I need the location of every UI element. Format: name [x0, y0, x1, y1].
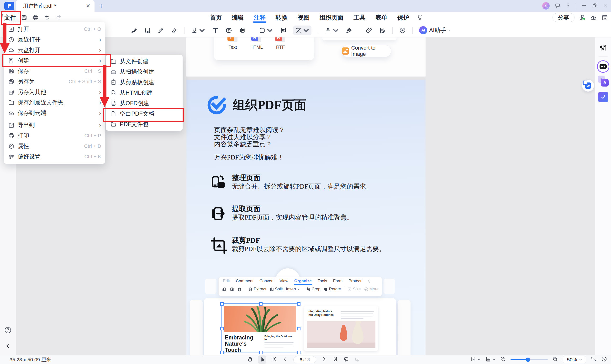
- properties-panel-icon[interactable]: [599, 44, 607, 52]
- menu-item-preferences[interactable]: 偏好设置 Ctrl + K: [4, 151, 105, 162]
- selection-handle[interactable]: [297, 327, 301, 330]
- tab-organize-pages[interactable]: 组织页面: [315, 12, 348, 23]
- selection-handle[interactable]: [220, 351, 224, 354]
- menu-item-save-to-recent-folder[interactable]: 保存到最近文件夹 ›: [4, 97, 105, 108]
- tab-convert[interactable]: 转换: [271, 12, 293, 23]
- new-tab-button[interactable]: +: [97, 2, 105, 10]
- print-icon[interactable]: [32, 14, 39, 21]
- first-page-icon[interactable]: [271, 356, 277, 363]
- text-box-tool[interactable]: [225, 27, 232, 34]
- attachment-tool[interactable]: [366, 27, 373, 34]
- maximize-button[interactable]: [592, 3, 597, 9]
- menu-item-save[interactable]: 保存 Ctrl + S: [4, 66, 105, 76]
- document-tab[interactable]: 用户指南.pdf * ✕: [16, 0, 95, 12]
- zoom-out-icon[interactable]: [500, 356, 506, 363]
- file-menu-button[interactable]: 文件: [2, 13, 18, 23]
- pencil-tool[interactable]: [157, 27, 165, 34]
- stamp-tool[interactable]: [325, 27, 339, 34]
- user-avatar[interactable]: [542, 2, 550, 10]
- page-layout-icon[interactable]: [485, 356, 491, 363]
- todo-check-icon[interactable]: [598, 92, 608, 102]
- tab-close-icon[interactable]: ✕: [84, 2, 92, 10]
- share-button[interactable]: 分享: [553, 13, 574, 22]
- collapse-toolbar-icon[interactable]: [601, 14, 608, 21]
- highlighter-tool[interactable]: [131, 27, 138, 34]
- chevron-down-icon[interactable]: [478, 358, 481, 361]
- zoom-level-dropdown[interactable]: 50%: [563, 356, 586, 363]
- annotation-list-tool[interactable]: [379, 27, 386, 34]
- focus-view-tool[interactable]: [399, 27, 406, 34]
- minimize-button[interactable]: [581, 3, 587, 9]
- menu-item-save-as[interactable]: 另存为 Ctrl + Shift + S: [4, 76, 105, 87]
- shape-tool[interactable]: [259, 27, 273, 34]
- ai-assistant-button[interactable]: AI AI助手: [419, 26, 451, 34]
- tab-comment[interactable]: 注释: [249, 12, 271, 23]
- help-icon[interactable]: [4, 326, 12, 334]
- submenu-item-from-scanner[interactable]: 从扫描仪创建: [106, 66, 182, 77]
- selection-handle[interactable]: [297, 351, 301, 354]
- menu-item-properties[interactable]: 属性 Ctrl + D: [4, 141, 105, 151]
- tab-protect[interactable]: 保护: [392, 12, 414, 23]
- submenu-item-from-html[interactable]: 从HTML创建: [106, 88, 182, 98]
- collapse-statusbar-icon[interactable]: [601, 356, 607, 363]
- next-view-icon[interactable]: [354, 356, 360, 363]
- chevron-down-icon[interactable]: [492, 358, 496, 361]
- page-thumbnail-selected[interactable]: Embracing Nature's Touch Bringing the Ou…: [222, 303, 299, 353]
- page-thumbnail[interactable]: Integrating Nature Into Daily Routines: [304, 306, 378, 351]
- selection-handle[interactable]: [259, 351, 263, 354]
- hand-tool-icon[interactable]: [247, 356, 253, 363]
- sticky-note-tool[interactable]: [144, 27, 151, 34]
- menu-item-export-to[interactable]: 导出到 ›: [4, 120, 105, 130]
- eraser-tool[interactable]: [171, 27, 178, 34]
- select-tool-icon[interactable]: [258, 355, 266, 364]
- last-page-icon[interactable]: [332, 356, 338, 363]
- close-button[interactable]: [602, 3, 608, 9]
- submenu-item-from-file[interactable]: 从文件创建: [106, 56, 182, 66]
- submenu-item-from-ofd[interactable]: OFD 从OFD创建: [106, 98, 182, 108]
- menu-item-save-as-other[interactable]: 另存为其他 ›: [4, 87, 105, 97]
- tab-form[interactable]: 表单: [370, 12, 392, 23]
- translate-icon[interactable]: ✦A: [598, 76, 609, 87]
- tab-tools[interactable]: 工具: [348, 12, 370, 23]
- selection-handle[interactable]: [220, 327, 224, 330]
- selection-handle[interactable]: [259, 302, 263, 306]
- callout-tool[interactable]: [239, 27, 246, 34]
- feedback-icon[interactable]: [555, 3, 560, 9]
- approval-flow-icon[interactable]: [579, 14, 586, 21]
- menu-item-print[interactable]: 打印 Ctrl + P: [4, 130, 105, 141]
- more-menu-icon[interactable]: [565, 3, 571, 9]
- page-number-input[interactable]: 6 /13: [293, 356, 316, 363]
- tab-view[interactable]: 视图: [293, 12, 315, 23]
- markup-tool-active[interactable]: [293, 26, 311, 35]
- submenu-item-pdf-portfolio[interactable]: PDF文件包: [106, 119, 182, 130]
- menu-item-cloud-open[interactable]: 云盘打开 ›: [4, 45, 105, 55]
- menu-item-recent-open[interactable]: 最近打开 ›: [4, 34, 105, 45]
- zoom-slider-thumb[interactable]: [526, 358, 530, 362]
- cloud-upload-icon[interactable]: [590, 14, 597, 21]
- convert-to-word-float-button[interactable]: W: [582, 79, 594, 92]
- collapse-left-panel-icon[interactable]: [4, 343, 11, 349]
- convert-to-image-button[interactable]: Convert to Image: [342, 45, 391, 57]
- underline-tool[interactable]: [191, 27, 206, 34]
- fullscreen-icon[interactable]: [591, 356, 597, 363]
- selection-handle[interactable]: [297, 302, 301, 306]
- fit-page-icon[interactable]: [471, 356, 476, 363]
- submenu-item-blank-pdf[interactable]: 空白PDF文档: [106, 108, 182, 119]
- zoom-in-icon[interactable]: [552, 356, 558, 363]
- selection-handle[interactable]: [220, 302, 224, 306]
- comment-tool[interactable]: [280, 27, 287, 34]
- menu-item-save-to-cloud[interactable]: 保存到云端 ›: [4, 108, 105, 118]
- tab-home[interactable]: 首页: [205, 12, 227, 23]
- zoom-slider[interactable]: [511, 359, 548, 360]
- undo-icon[interactable]: [44, 14, 50, 21]
- text-tool[interactable]: [212, 27, 219, 34]
- menu-item-open[interactable]: 打开 Ctrl + O: [4, 24, 105, 34]
- submenu-item-from-clipboard[interactable]: 从剪贴板创建: [106, 77, 182, 88]
- next-page-icon[interactable]: [321, 356, 327, 363]
- signature-tool[interactable]: [346, 27, 352, 34]
- menu-item-create[interactable]: 创建 ›: [4, 55, 105, 66]
- tab-edit[interactable]: 编辑: [227, 12, 249, 23]
- previous-view-icon[interactable]: [343, 356, 349, 363]
- tips-bulb-icon[interactable]: [417, 14, 423, 21]
- previous-page-icon[interactable]: [282, 356, 288, 363]
